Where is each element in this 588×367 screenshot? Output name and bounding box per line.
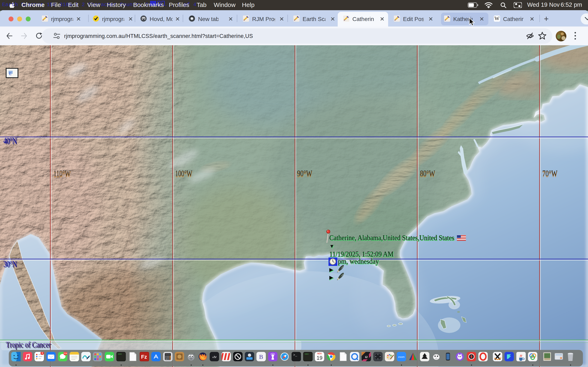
svg-text:90°W: 90°W	[297, 169, 312, 178]
svg-text:30°N: 30°N	[3, 259, 17, 268]
svg-text:100°W: 100°W	[175, 169, 192, 178]
svg-text:204: 204	[63, 352, 67, 355]
svg-text:19: 19	[317, 355, 323, 361]
svg-text:11/19/2025, 1:52:09 AM: 11/19/2025, 1:52:09 AM	[329, 250, 393, 258]
svg-text:▶: ▶	[329, 267, 333, 272]
svg-text:IJ: IJ	[365, 355, 367, 359]
svg-text:Tropic of Cancer: Tropic of Cancer	[6, 340, 51, 349]
svg-text:Catherine, Alabama,United Stat: Catherine, Alabama,United States,United …	[329, 234, 454, 242]
svg-text:>_: >_	[293, 353, 297, 357]
svg-text:tv: tv	[214, 355, 217, 359]
svg-text:E: E	[9, 72, 12, 76]
svg-text:▶: ▶	[329, 275, 333, 280]
svg-text:Fz: Fz	[141, 354, 147, 360]
svg-text:EXEC: EXEC	[118, 353, 122, 355]
svg-text:70°W: 70°W	[542, 169, 557, 178]
svg-text:NOV: NOV	[317, 352, 322, 355]
svg-text:40°N: 40°N	[3, 136, 17, 145]
svg-text:EXEC: EXEC	[305, 353, 309, 355]
svg-text:▼: ▼	[329, 243, 334, 249]
svg-text:pm, wednesday: pm, wednesday	[338, 257, 379, 265]
svg-text:B: B	[259, 353, 263, 360]
svg-text:110°W: 110°W	[53, 169, 71, 178]
svg-text:zoom: zoom	[398, 355, 405, 359]
svg-text:3: 3	[42, 352, 43, 355]
svg-text:80°W: 80°W	[420, 169, 435, 178]
